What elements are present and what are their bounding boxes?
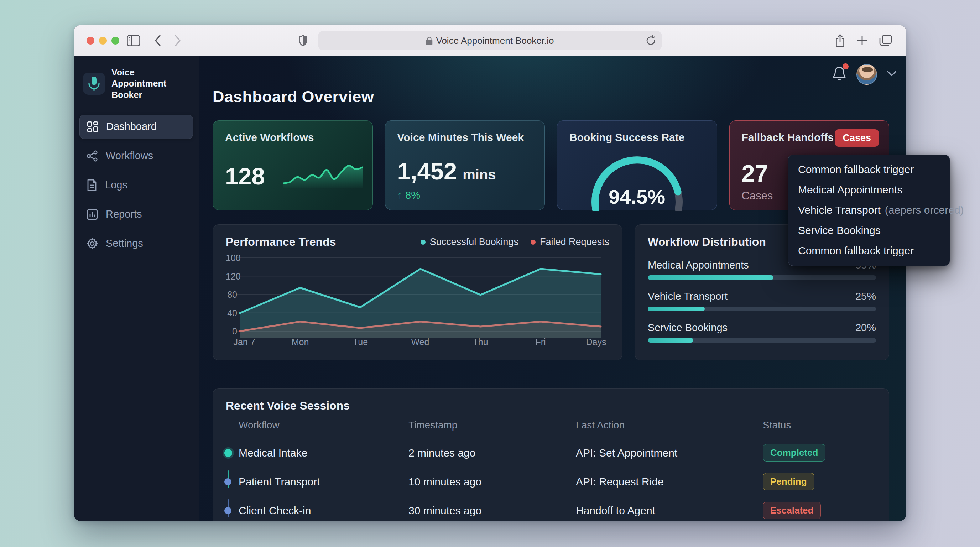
distribution-row: Service Bookings20% <box>648 322 876 343</box>
status-badge: Completed <box>763 444 826 461</box>
gauge-value: 94.5% <box>584 185 690 208</box>
status-badge: Escalated <box>763 502 821 519</box>
timeline-dot <box>224 507 231 514</box>
document-icon <box>86 179 97 191</box>
sidebar: Voice Appointment Booker Dashboard Workf… <box>74 56 199 521</box>
dropdown-item[interactable]: Medical Appointments <box>788 180 950 200</box>
dropdown-item[interactable]: Vehicle Transport(aepers orcered) <box>788 200 950 220</box>
x-axis-tick: Wed <box>411 337 430 347</box>
table-row[interactable]: Client Check-in 30 minutes ago Handoff t… <box>226 496 876 521</box>
progress-bar <box>648 307 876 311</box>
dashboard-grid-icon <box>87 121 98 132</box>
url-bar[interactable]: Voice Appointment Booker.io <box>318 31 662 50</box>
url-text: Voice Appointment Booker.io <box>436 35 554 46</box>
table-row[interactable]: Medical Intake 2 minutes ago API: Set Ap… <box>226 438 876 467</box>
stat-unit: mins <box>463 167 496 183</box>
chevron-down-icon[interactable] <box>887 71 896 78</box>
x-axis-tick: Jan 7 <box>233 337 255 347</box>
share-nodes-icon <box>86 150 98 162</box>
new-tab-icon[interactable] <box>853 25 872 56</box>
y-axis-tick: 100 <box>226 253 237 263</box>
app-title: Voice Appointment Booker <box>111 67 189 100</box>
page-title: Dashboard Overview <box>199 56 906 106</box>
legend-dot-failed <box>531 240 536 245</box>
x-axis-tick: Tue <box>353 337 368 347</box>
line-chart: 100 120 80 40 0 Jan 7 Mon Tue Wed Thu Fr… <box>226 254 609 347</box>
dropdown-item[interactable]: Common fallback trigger <box>788 240 950 261</box>
timeline-dot <box>224 478 231 485</box>
sparkline-chart <box>283 150 363 192</box>
microphone-icon <box>83 73 105 95</box>
privacy-shield-icon[interactable] <box>294 25 312 56</box>
forward-button[interactable] <box>169 25 186 56</box>
legend-dot-successful <box>420 240 426 245</box>
sidebar-item-logs[interactable]: Logs <box>80 173 193 197</box>
stat-title: Active Workflows <box>225 131 360 143</box>
timeline-dot <box>224 449 232 457</box>
notification-dot <box>843 64 849 70</box>
browser-toolbar: Voice Appointment Booker.io <box>74 25 906 56</box>
progress-bar <box>648 338 876 343</box>
status-badge: Pending <box>763 473 815 490</box>
tab-overview-icon[interactable] <box>876 25 896 56</box>
sidebar-item-reports[interactable]: Reports <box>80 202 193 226</box>
dropdown-item[interactable]: Common fallback trigger <box>788 159 950 180</box>
sidebar-item-settings[interactable]: Settings <box>80 232 193 256</box>
x-axis-tick: Mon <box>292 337 309 347</box>
bell-icon[interactable] <box>832 66 846 83</box>
x-axis-tick: Thu <box>473 337 488 347</box>
close-button[interactable] <box>86 37 94 45</box>
panel-title: Performance Trends <box>226 235 336 248</box>
sidebar-nav: Dashboard Workflows Logs <box>80 114 193 256</box>
stat-value: 1,452 <box>398 159 457 183</box>
y-axis-tick: 40 <box>226 308 237 318</box>
minimize-button[interactable] <box>99 37 107 45</box>
window-controls <box>86 37 119 45</box>
avatar[interactable] <box>856 64 877 85</box>
gear-icon <box>86 238 98 249</box>
y-axis-tick: 120 <box>226 271 237 282</box>
stat-card-booking-success: Booking Success Rate 94.5% <box>557 120 717 210</box>
x-axis-tick: Days <box>586 337 606 347</box>
stat-card-active-workflows: Active Workflows 128 <box>213 120 373 210</box>
share-icon[interactable] <box>831 25 849 56</box>
stat-delta: ↑ 8% <box>398 189 533 201</box>
y-axis-tick: 80 <box>226 289 237 300</box>
stat-card-voice-minutes: Voice Minutes This Week 1,452 mins ↑ 8% <box>385 120 545 210</box>
back-button[interactable] <box>149 25 166 56</box>
browser-window: Voice Appointment Booker.io <box>74 25 906 521</box>
app-brand: Voice Appointment Booker <box>80 65 193 111</box>
zoom-button[interactable] <box>111 37 119 45</box>
progress-bar <box>648 275 876 280</box>
panel-title: Recent Voice Sessions <box>226 399 876 412</box>
x-axis-tick: Fri <box>535 337 546 347</box>
dropdown-item[interactable]: Service Bookings <box>788 220 950 240</box>
lock-icon <box>426 36 432 45</box>
recent-voice-sessions-panel: Recent Voice Sessions Workflow Timestamp… <box>213 388 889 521</box>
sidebar-toggle-icon[interactable] <box>124 25 143 56</box>
sidebar-item-dashboard[interactable]: Dashboard <box>80 114 193 139</box>
fallback-trigger-dropdown: Common fallback trigger Medical Appointm… <box>788 154 950 266</box>
performance-trends-panel: Performance Trends Successful Bookings F… <box>213 224 622 360</box>
main-content: Dashboard Overview Active Workflows 128 … <box>199 56 906 521</box>
cases-badge[interactable]: Cases <box>835 129 879 147</box>
y-axis-tick: 0 <box>226 326 237 337</box>
stat-title: Booking Success Rate <box>570 131 705 143</box>
bar-chart-icon <box>86 209 98 220</box>
table-header: Workflow Timestamp Last Action Status <box>226 420 876 438</box>
chart-legend: Successful Bookings Failed Requests <box>420 237 609 248</box>
table-row[interactable]: Patient Transport 10 minutes ago API: Re… <box>226 467 876 496</box>
stat-title: Voice Minutes This Week <box>398 131 533 143</box>
reload-icon[interactable] <box>646 35 656 49</box>
sidebar-item-workflows[interactable]: Workflows <box>80 144 193 168</box>
distribution-row: Vehicle Transport25% <box>648 291 876 311</box>
